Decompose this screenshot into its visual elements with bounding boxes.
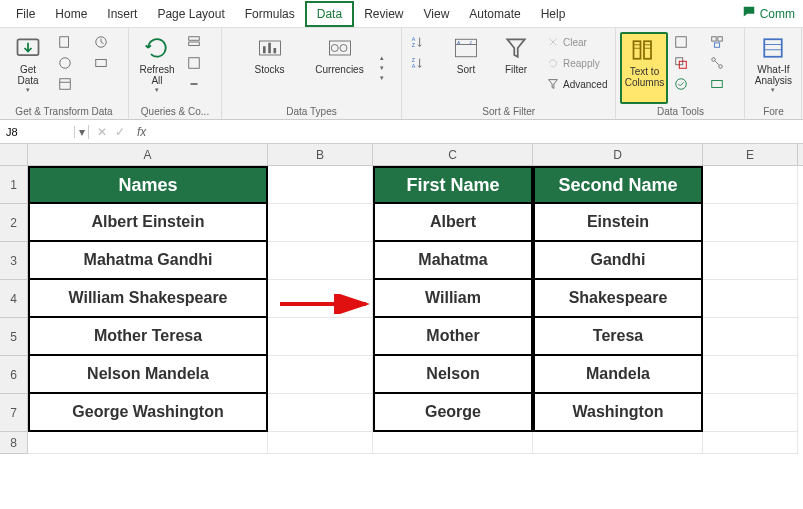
formula-input[interactable] bbox=[150, 126, 803, 138]
menu-help[interactable]: Help bbox=[531, 3, 576, 25]
menu-review[interactable]: Review bbox=[354, 3, 413, 25]
cell-d5[interactable]: Teresa bbox=[533, 318, 703, 356]
menu-formulas[interactable]: Formulas bbox=[235, 3, 305, 25]
cell-d1[interactable]: Second Name bbox=[533, 166, 703, 204]
name-box[interactable] bbox=[0, 126, 75, 138]
filter-button[interactable]: Filter bbox=[492, 32, 540, 104]
row-header-2[interactable]: 2 bbox=[0, 204, 28, 242]
cell-c7[interactable]: George bbox=[373, 394, 533, 432]
queries-button[interactable] bbox=[183, 32, 217, 52]
consolidate-button[interactable] bbox=[706, 32, 740, 52]
name-box-input[interactable] bbox=[6, 126, 68, 138]
enter-formula-icon[interactable]: ✓ bbox=[113, 125, 127, 139]
what-if-button[interactable]: What-IfAnalysis ▾ bbox=[749, 32, 797, 104]
cell-b3[interactable] bbox=[268, 242, 373, 280]
existing-conn-button[interactable] bbox=[90, 53, 124, 73]
flash-fill-button[interactable] bbox=[670, 32, 704, 52]
properties-button[interactable] bbox=[183, 53, 217, 73]
cell-b4[interactable] bbox=[268, 280, 373, 318]
get-data-button[interactable]: GetData ▾ bbox=[4, 32, 52, 104]
comments-button[interactable]: Comm bbox=[734, 1, 803, 26]
menu-automate[interactable]: Automate bbox=[459, 3, 530, 25]
sort-az-button[interactable]: AZ bbox=[406, 32, 440, 52]
cell-c3[interactable]: Mahatma bbox=[373, 242, 533, 280]
cell-e3[interactable] bbox=[703, 242, 798, 280]
col-header-a[interactable]: A bbox=[28, 144, 268, 165]
row-header-6[interactable]: 6 bbox=[0, 356, 28, 394]
row-header-4[interactable]: 4 bbox=[0, 280, 28, 318]
menu-insert[interactable]: Insert bbox=[97, 3, 147, 25]
cell-c5[interactable]: Mother bbox=[373, 318, 533, 356]
cell-b1[interactable] bbox=[268, 166, 373, 204]
cell-d8[interactable] bbox=[533, 432, 703, 454]
cell-b6[interactable] bbox=[268, 356, 373, 394]
cell-a5[interactable]: Mother Teresa bbox=[28, 318, 268, 356]
data-model-button[interactable] bbox=[706, 74, 740, 94]
cell-a2[interactable]: Albert Einstein bbox=[28, 204, 268, 242]
cell-c8[interactable] bbox=[373, 432, 533, 454]
cell-d4[interactable]: Shakespeare bbox=[533, 280, 703, 318]
data-validation-button[interactable] bbox=[670, 74, 704, 94]
cell-e1[interactable] bbox=[703, 166, 798, 204]
row-header-8[interactable]: 8 bbox=[0, 432, 28, 454]
relationships-button[interactable] bbox=[706, 53, 740, 73]
stocks-button[interactable]: Stocks bbox=[240, 32, 300, 104]
menu-view[interactable]: View bbox=[414, 3, 460, 25]
cell-e8[interactable] bbox=[703, 432, 798, 454]
cancel-formula-icon[interactable]: ✕ bbox=[95, 125, 109, 139]
col-header-c[interactable]: C bbox=[373, 144, 533, 165]
cell-a4[interactable]: William Shakespeare bbox=[28, 280, 268, 318]
from-web-button[interactable] bbox=[54, 53, 88, 73]
currencies-button[interactable]: Currencies bbox=[310, 32, 370, 104]
cell-e4[interactable] bbox=[703, 280, 798, 318]
scroll-up-icon[interactable]: ▴ bbox=[380, 54, 384, 62]
cell-d7[interactable]: Washington bbox=[533, 394, 703, 432]
refresh-all-button[interactable]: RefreshAll ▾ bbox=[133, 32, 181, 104]
cell-a1[interactable]: Names bbox=[28, 166, 268, 204]
from-text-button[interactable] bbox=[54, 32, 88, 52]
cell-e5[interactable] bbox=[703, 318, 798, 356]
cell-a7[interactable]: George Washington bbox=[28, 394, 268, 432]
cell-e7[interactable] bbox=[703, 394, 798, 432]
remove-dupes-button[interactable] bbox=[670, 53, 704, 73]
reapply-button[interactable]: Reapply bbox=[542, 53, 611, 73]
from-table-button[interactable] bbox=[54, 74, 88, 94]
fx-icon[interactable]: fx bbox=[133, 125, 150, 139]
cell-c1[interactable]: First Name bbox=[373, 166, 533, 204]
row-header-3[interactable]: 3 bbox=[0, 242, 28, 280]
name-box-dropdown[interactable]: ▾ bbox=[75, 125, 89, 139]
col-header-b[interactable]: B bbox=[268, 144, 373, 165]
select-all-corner[interactable] bbox=[0, 144, 28, 166]
row-header-5[interactable]: 5 bbox=[0, 318, 28, 356]
gallery-expand-icon[interactable]: ▾ bbox=[380, 74, 384, 82]
menu-home[interactable]: Home bbox=[45, 3, 97, 25]
cell-c4[interactable]: William bbox=[373, 280, 533, 318]
advanced-button[interactable]: Advanced bbox=[542, 74, 611, 94]
recent-sources-button[interactable] bbox=[90, 32, 124, 52]
cell-d3[interactable]: Gandhi bbox=[533, 242, 703, 280]
text-to-columns-button[interactable]: Text toColumns bbox=[620, 32, 668, 104]
clear-button[interactable]: Clear bbox=[542, 32, 611, 52]
cell-a3[interactable]: Mahatma Gandhi bbox=[28, 242, 268, 280]
cell-e6[interactable] bbox=[703, 356, 798, 394]
cell-c6[interactable]: Nelson bbox=[373, 356, 533, 394]
sort-za-button[interactable]: ZA bbox=[406, 53, 440, 73]
col-header-d[interactable]: D bbox=[533, 144, 703, 165]
row-header-1[interactable]: 1 bbox=[0, 166, 28, 204]
sort-button[interactable]: AZ Sort bbox=[442, 32, 490, 104]
row-header-7[interactable]: 7 bbox=[0, 394, 28, 432]
scroll-down-icon[interactable]: ▾ bbox=[380, 64, 384, 72]
cell-e2[interactable] bbox=[703, 204, 798, 242]
cell-a8[interactable] bbox=[28, 432, 268, 454]
col-header-e[interactable]: E bbox=[703, 144, 798, 165]
menu-page-layout[interactable]: Page Layout bbox=[147, 3, 234, 25]
cell-b7[interactable] bbox=[268, 394, 373, 432]
cell-c2[interactable]: Albert bbox=[373, 204, 533, 242]
edit-links-button[interactable] bbox=[183, 74, 217, 94]
cell-d2[interactable]: Einstein bbox=[533, 204, 703, 242]
cell-a6[interactable]: Nelson Mandela bbox=[28, 356, 268, 394]
menu-data[interactable]: Data bbox=[305, 1, 354, 27]
cell-d6[interactable]: Mandela bbox=[533, 356, 703, 394]
cell-b2[interactable] bbox=[268, 204, 373, 242]
cell-b8[interactable] bbox=[268, 432, 373, 454]
